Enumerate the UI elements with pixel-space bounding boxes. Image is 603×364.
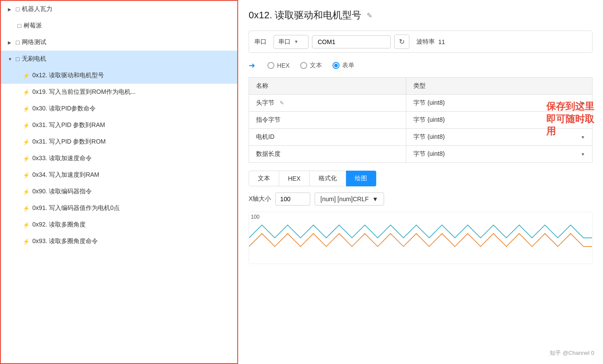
sidebar-item-cmd0x34[interactable]: ⚡ 0x34. 写入加速度到RAM [1, 167, 237, 183]
table-row: 数据长度 字节 (uint8) ▼ [249, 146, 593, 163]
folder-icon: □ [17, 22, 21, 29]
sidebar-item-cmd0x19[interactable]: ⚡ 0x19. 写入当前位置到ROM作为电机... [1, 84, 237, 100]
table-header-name: 名称 [249, 78, 406, 95]
table-cell-type[interactable]: 字节 (uint8) ▼ [406, 112, 593, 129]
tab-text-label: 文本 [310, 62, 322, 69]
table-cell-type[interactable]: 字节 (uint8) ▼ [406, 129, 593, 146]
sidebar-item-label: 0x19. 写入当前位置到ROM作为电机... [32, 88, 135, 96]
cmd-icon: ⚡ [23, 72, 30, 79]
com-input[interactable] [312, 35, 391, 48]
sidebar-item-label: 0x92. 读取多圈角度 [32, 221, 86, 229]
arrow-icon: ▶ [8, 7, 13, 12]
cmd-icon: ⚡ [23, 189, 30, 195]
baud-label: 波特率 [413, 38, 435, 46]
format-select-dropdown[interactable]: [num] [num]CRLF ▼ [315, 192, 384, 206]
sidebar-item-jiqiren[interactable]: ▶ □ 机器人瓦力 [1, 1, 237, 17]
chart-y-label: 100 [251, 214, 260, 220]
sidebar: ▶ □ 机器人瓦力 □ 树莓派 ▶ □ 网络测试 ▼ □ 无刷电机 ⚡ 0x12… [0, 0, 238, 364]
cmd-icon: ⚡ [23, 139, 30, 145]
sidebar-item-cmd0x92[interactable]: ⚡ 0x92. 读取多圈角度 [1, 216, 237, 233]
table-cell-type[interactable]: 字节 (uint8) ▼ [406, 95, 593, 112]
sidebar-item-label: 0x31. 写入PID 参数到RAM [32, 121, 105, 129]
output-tab-hex[interactable]: HEX [279, 171, 310, 186]
chart-area: 100 [249, 212, 593, 264]
chart-svg [249, 212, 592, 264]
type-dropdown-arrow-icon: ▼ [581, 152, 585, 157]
table-header-type: 类型 [406, 78, 593, 95]
tab-text[interactable]: 文本 [300, 62, 322, 69]
sidebar-item-wangluoceshi[interactable]: ▶ □ 网络测试 [1, 34, 237, 51]
type-dropdown-arrow-icon: ▼ [581, 101, 585, 106]
sidebar-item-label: 0x30. 读取PID参数命令 [32, 105, 96, 113]
dropdown-arrow-icon: ▼ [294, 39, 298, 44]
output-tabs: 文本 HEX 格式化 绘图 [249, 171, 593, 186]
sidebar-item-cmd0x33[interactable]: ⚡ 0x33. 读取加速度命令 [1, 150, 237, 167]
sidebar-item-cmd0x31a[interactable]: ⚡ 0x31. 写入PID 参数到RAM [1, 117, 237, 134]
sidebar-item-label: 0x12. 读取驱动和电机型号 [32, 72, 104, 79]
xaxis-row: X轴大小 [num] [num]CRLF ▼ [249, 192, 593, 206]
radio-form[interactable] [333, 62, 340, 69]
table-cell-type[interactable]: 字节 (uint8) ▼ [406, 146, 593, 163]
serial-row: 串口 串口 ▼ ↻ 波特率 11 [249, 31, 593, 53]
tab-hex[interactable]: HEX [267, 62, 290, 69]
sidebar-item-cmd0x91[interactable]: ⚡ 0x91. 写入编码器值作为电机0点 [1, 200, 237, 216]
table-cell-name: 电机ID [249, 129, 406, 146]
format-select-arrow-icon: ▼ [372, 196, 378, 203]
baud-value: 11 [438, 38, 445, 45]
watermark: 知乎 @Channel 0 [550, 349, 594, 357]
table-cell-name: 指令字节 [249, 112, 406, 129]
tab-form[interactable]: 表单 [333, 62, 354, 69]
sidebar-item-label: 机器人瓦力 [22, 5, 52, 13]
radio-hex[interactable] [267, 62, 274, 69]
page-title-row: 0x12. 读取驱动和电机型号 ✎ [249, 9, 593, 22]
data-table: 名称 类型 头字节 ✎ 字节 (uint8) ▼ 指令字节 [249, 77, 593, 163]
sidebar-item-label: 网络测试 [22, 38, 46, 46]
main-content: 0x12. 读取驱动和电机型号 ✎ 串口 串口 ▼ ↻ 波特率 11 ➜ HEX… [238, 0, 603, 364]
cmd-icon: ⚡ [23, 155, 30, 162]
sidebar-item-cmd0x12[interactable]: ⚡ 0x12. 读取驱动和电机型号 [1, 67, 237, 84]
cmd-icon: ⚡ [23, 238, 30, 245]
sidebar-item-shumopai[interactable]: □ 树莓派 [1, 17, 237, 34]
output-tab-text[interactable]: 文本 [249, 171, 279, 186]
cmd-icon: ⚡ [23, 106, 30, 112]
cmd-icon: ⚡ [23, 172, 30, 179]
tab-arrow-icon: ➜ [249, 61, 255, 70]
table-row: 头字节 ✎ 字节 (uint8) ▼ [249, 95, 593, 112]
table-row: 电机ID 字节 (uint8) ▼ [249, 129, 593, 146]
sidebar-item-wushuadianj[interactable]: ▼ □ 无刷电机 [1, 51, 237, 67]
cmd-icon: ⚡ [23, 122, 30, 129]
edit-pencil-icon[interactable]: ✎ [280, 100, 284, 106]
format-tabs: ➜ HEX 文本 表单 [249, 61, 593, 70]
radio-text[interactable] [300, 62, 307, 69]
sidebar-item-cmd0x90[interactable]: ⚡ 0x90. 读取编码器指令 [1, 183, 237, 200]
table-row: 指令字节 字节 (uint8) ▼ [249, 112, 593, 129]
sidebar-item-label: 0x34. 写入加速度到RAM [32, 171, 99, 179]
sidebar-item-cmd0x30[interactable]: ⚡ 0x30. 读取PID参数命令 [1, 100, 237, 117]
sidebar-item-label: 树莓派 [24, 22, 42, 30]
refresh-button[interactable]: ↻ [394, 34, 409, 49]
table-cell-name: 数据长度 [249, 146, 406, 163]
serial-label: 串口 [254, 38, 270, 46]
serial-port-dropdown[interactable]: 串口 ▼ [274, 35, 308, 49]
sidebar-item-cmd0x31b[interactable]: ⚡ 0x31. 写入PID 参数到ROM [1, 134, 237, 150]
edit-title-icon[interactable]: ✎ [367, 11, 372, 20]
table-cell-name: 头字节 ✎ [249, 95, 406, 112]
sidebar-item-cmd0x93[interactable]: ⚡ 0x93. 读取多圈角度命令 [1, 233, 237, 250]
folder-icon: □ [16, 39, 19, 46]
arrow-icon: ▼ [8, 57, 13, 62]
xaxis-label: X轴大小 [249, 195, 271, 203]
serial-port-label: 串口 [278, 38, 291, 46]
output-tab-format[interactable]: 格式化 [310, 171, 346, 186]
cmd-icon: ⚡ [23, 205, 30, 212]
output-tab-chart[interactable]: 绘图 [346, 171, 376, 186]
folder-icon: □ [16, 55, 19, 62]
tab-form-label: 表单 [342, 62, 354, 69]
sidebar-item-label: 0x90. 读取编码器指令 [32, 188, 92, 196]
sidebar-item-label: 0x93. 读取多圈角度命令 [32, 237, 98, 245]
sidebar-item-label: 0x91. 写入编码器值作为电机0点 [32, 204, 120, 212]
sidebar-item-label: 0x31. 写入PID 参数到ROM [32, 138, 106, 146]
sidebar-item-label: 0x33. 读取加速度命令 [32, 155, 92, 162]
cmd-icon: ⚡ [23, 89, 30, 96]
format-select-value: [num] [num]CRLF [320, 196, 368, 203]
xaxis-input[interactable] [275, 192, 310, 206]
